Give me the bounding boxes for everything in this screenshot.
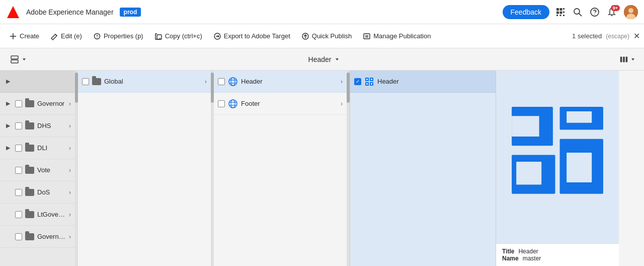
svg-point-42	[231, 100, 235, 108]
svg-rect-2	[560, 8, 562, 11]
chevron-right-icon: ›	[69, 189, 71, 196]
properties-button[interactable]: Properties (p)	[88, 29, 148, 43]
list-item[interactable]: ▶ DHS ›	[0, 115, 75, 137]
view-bar-center: Header	[31, 55, 617, 63]
col1-scrollbar[interactable]	[75, 71, 78, 266]
expand-icon[interactable]: ▶	[4, 144, 12, 152]
svg-point-22	[97, 37, 97, 38]
item-checkbox[interactable]	[218, 100, 225, 107]
svg-rect-35	[626, 56, 628, 62]
list-item[interactable]: ▶ DLI ›	[0, 137, 75, 159]
item-label: Header	[241, 78, 338, 85]
chevron-right-icon: ›	[69, 167, 71, 174]
apps-icon[interactable]	[555, 7, 566, 17]
svg-rect-7	[556, 15, 558, 16]
item-label: LtGovernor	[37, 211, 66, 218]
list-item[interactable]: LtGovernor ›	[0, 204, 75, 226]
item-label: Footer	[241, 100, 338, 107]
item-checkbox[interactable]	[15, 189, 22, 196]
preview-svg	[507, 102, 608, 213]
edit-button[interactable]: Edit (e)	[45, 29, 87, 43]
svg-rect-5	[560, 11, 562, 14]
item-label: DoS	[37, 188, 66, 196]
globe-icon	[228, 99, 238, 109]
expand-icon[interactable]: ▶	[4, 122, 12, 130]
svg-rect-58	[516, 162, 541, 184]
item-checkbox[interactable]	[15, 211, 22, 218]
expand-icon[interactable]: ▶	[4, 78, 12, 86]
svg-point-10	[574, 9, 580, 14]
view-toggle-button[interactable]	[6, 53, 31, 66]
svg-point-41	[229, 100, 237, 108]
folder-icon	[92, 78, 101, 85]
svg-rect-4	[556, 11, 559, 14]
top-icons: 9+	[555, 5, 638, 19]
svg-rect-33	[620, 56, 622, 62]
expand-icon[interactable]: ▶	[4, 100, 12, 108]
svg-line-11	[579, 13, 582, 16]
list-item[interactable]: Header ›	[214, 71, 347, 93]
svg-rect-51	[366, 83, 368, 85]
quick-publish-button[interactable]: Quick Publish	[296, 29, 357, 43]
item-checkbox[interactable]	[15, 100, 22, 107]
column-view-button[interactable]	[617, 53, 638, 66]
item-checkbox[interactable]	[354, 78, 361, 85]
svg-rect-1	[556, 8, 559, 11]
feedback-button[interactable]: Feedback	[503, 5, 549, 19]
search-icon[interactable]	[573, 7, 583, 17]
copy-button[interactable]: Copy (ctrl+c)	[149, 29, 207, 43]
column-3: Header › Footer ›	[214, 71, 350, 266]
chevron-right-icon: ›	[69, 122, 71, 129]
preview-name-label: Name	[502, 255, 519, 262]
item-checkbox[interactable]	[15, 167, 22, 174]
folder-icon	[25, 233, 34, 240]
column-1: ▶ ▶ Governor › ▶ DHS › ▶	[0, 71, 78, 266]
svg-rect-23	[157, 35, 162, 39]
folder-icon	[25, 122, 34, 129]
deselect-button[interactable]: ✕	[633, 31, 640, 41]
list-item[interactable]: Governor's Office of Homelan... ›	[0, 226, 75, 248]
item-checkbox[interactable]	[15, 122, 22, 129]
column-2: Global ›	[78, 71, 214, 266]
folder-icon	[25, 189, 34, 196]
item-checkbox[interactable]	[218, 78, 225, 85]
svg-rect-6	[563, 11, 565, 13]
adobe-logo[interactable]	[6, 5, 20, 19]
item-label: Governor	[37, 100, 66, 107]
list-item[interactable]: Header	[350, 71, 496, 93]
list-item[interactable]: ▶ Governor ›	[0, 93, 75, 115]
manage-publication-button[interactable]: Manage Publication	[358, 29, 436, 43]
header-dropdown[interactable]: Header	[308, 55, 341, 63]
col3-scrollbar[interactable]	[347, 71, 350, 266]
list-item[interactable]: Footer ›	[214, 93, 347, 115]
export-button[interactable]: Export to Adobe Target	[208, 29, 295, 43]
svg-rect-34	[623, 56, 625, 62]
svg-rect-60	[567, 152, 592, 182]
create-button[interactable]: Create	[4, 29, 44, 43]
svg-rect-8	[560, 15, 561, 16]
item-label: Global	[104, 78, 202, 85]
app-title: Adobe Experience Manager	[26, 8, 114, 16]
action-toolbar: Create Edit (e) Properties (p) Copy (ctr…	[0, 24, 644, 48]
folder-icon	[25, 145, 34, 152]
item-checkbox[interactable]	[15, 233, 22, 240]
notifications-icon[interactable]: 9+	[607, 7, 617, 17]
list-item[interactable]: Global ›	[78, 71, 211, 93]
svg-rect-29	[11, 56, 18, 59]
svg-rect-3	[563, 8, 565, 10]
svg-rect-50	[371, 79, 372, 80]
folder-icon	[25, 100, 34, 107]
list-item[interactable]: ▶	[0, 71, 75, 93]
preview-panel: Title Header Name master	[496, 71, 619, 266]
user-avatar[interactable]	[624, 5, 638, 19]
help-icon[interactable]	[590, 7, 600, 17]
item-checkbox[interactable]	[15, 145, 22, 152]
list-item[interactable]: DoS ›	[0, 181, 75, 204]
view-controls-bar: Header	[0, 48, 644, 71]
item-checkbox[interactable]	[82, 78, 89, 85]
col2-scrollbar[interactable]	[211, 71, 214, 266]
svg-marker-31	[23, 58, 26, 60]
chevron-right-icon: ›	[69, 211, 71, 218]
list-item[interactable]: Vote ›	[0, 159, 75, 181]
chevron-right-icon: ›	[69, 100, 71, 107]
